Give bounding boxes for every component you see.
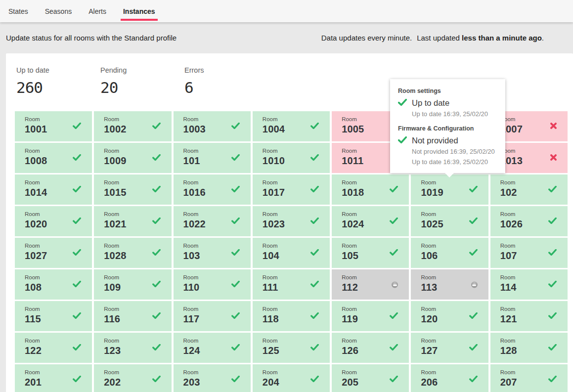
room-card[interactable]: Room107 bbox=[490, 238, 568, 268]
room-card[interactable]: Room112 bbox=[332, 269, 409, 300]
room-card[interactable]: Room127 bbox=[411, 333, 488, 363]
room-card[interactable]: Room1022 bbox=[174, 206, 251, 236]
check-icon bbox=[548, 375, 557, 384]
tooltip-section: Room settingsUp to dateUp to date 16:39,… bbox=[398, 87, 497, 118]
room-card[interactable]: Room104 bbox=[253, 238, 330, 268]
room-card[interactable]: Room207 bbox=[490, 364, 568, 392]
room-card[interactable]: Room205 bbox=[332, 364, 409, 392]
check-icon bbox=[390, 249, 398, 258]
room-card[interactable]: Room1008 bbox=[15, 143, 92, 173]
room-card[interactable]: Room113 bbox=[411, 269, 488, 300]
room-card[interactable]: Room1025 bbox=[411, 206, 488, 236]
tab-instances[interactable]: Instances bbox=[121, 0, 158, 22]
room-label: Room bbox=[25, 116, 92, 122]
tooltip-section-title: Firmware & Configuration bbox=[398, 125, 497, 132]
room-card[interactable]: Room123 bbox=[94, 333, 171, 363]
room-label: Room bbox=[500, 369, 568, 375]
room-card[interactable]: Room116 bbox=[94, 301, 171, 331]
room-number: 113 bbox=[421, 282, 488, 293]
room-card[interactable]: Room1020 bbox=[15, 206, 92, 236]
room-number: 119 bbox=[342, 313, 409, 325]
room-card[interactable]: Room1015 bbox=[94, 174, 171, 205]
room-label: Room bbox=[104, 274, 171, 280]
room-card[interactable]: Room1017 bbox=[253, 174, 330, 205]
room-card[interactable]: Room119 bbox=[332, 301, 409, 331]
room-card[interactable]: Room106 bbox=[411, 238, 488, 268]
room-card[interactable]: Room1028 bbox=[94, 238, 171, 268]
room-number: 108 bbox=[25, 282, 92, 293]
room-card[interactable]: Room126 bbox=[332, 333, 409, 363]
check-icon bbox=[231, 185, 240, 194]
room-number: 110 bbox=[183, 282, 251, 293]
check-icon bbox=[152, 344, 161, 352]
room-number: 109 bbox=[104, 282, 171, 293]
room-number: 1008 bbox=[25, 155, 92, 167]
room-number: 124 bbox=[183, 345, 251, 356]
room-card[interactable]: Room1024 bbox=[332, 206, 409, 236]
room-card[interactable]: Room111 bbox=[253, 269, 330, 300]
room-card[interactable]: Room108 bbox=[15, 269, 92, 300]
room-card[interactable]: Room201 bbox=[15, 364, 92, 392]
room-card[interactable]: Room204 bbox=[253, 364, 330, 392]
room-card[interactable]: Room1001 bbox=[15, 111, 92, 141]
room-card[interactable]: Room128 bbox=[490, 333, 568, 363]
check-icon bbox=[73, 249, 81, 258]
room-label: Room bbox=[500, 211, 568, 217]
room-card[interactable]: Room1014 bbox=[15, 174, 92, 205]
check-icon bbox=[73, 122, 81, 131]
room-card[interactable]: Room1023 bbox=[253, 206, 330, 236]
room-number: 206 bbox=[421, 377, 488, 388]
room-label: Room bbox=[421, 179, 488, 185]
tab-states[interactable]: States bbox=[6, 0, 31, 22]
room-card[interactable]: Room125 bbox=[253, 333, 330, 363]
check-icon bbox=[152, 312, 161, 321]
room-card[interactable]: Room121 bbox=[490, 301, 568, 331]
check-icon bbox=[310, 312, 319, 321]
stat-label: Up to date bbox=[16, 66, 100, 74]
room-card[interactable]: Room1003 bbox=[174, 111, 251, 141]
room-label: Room bbox=[25, 179, 92, 185]
room-card[interactable]: Room109 bbox=[94, 269, 171, 300]
room-card[interactable]: Room1004 bbox=[253, 111, 330, 141]
room-card[interactable]: Room202 bbox=[94, 364, 171, 392]
room-card[interactable]: Room110 bbox=[174, 269, 251, 300]
check-icon bbox=[231, 280, 240, 289]
room-card[interactable]: Room1019 bbox=[411, 174, 488, 205]
room-label: Room bbox=[500, 243, 568, 249]
room-card[interactable]: Room1027 bbox=[15, 238, 92, 268]
room-card[interactable]: Room124 bbox=[174, 333, 251, 363]
room-card[interactable]: Room1016 bbox=[174, 174, 251, 205]
room-card[interactable]: Room203 bbox=[174, 364, 251, 392]
room-card[interactable]: Room101 bbox=[174, 143, 251, 173]
room-card[interactable]: Room206 bbox=[411, 364, 488, 392]
check-icon bbox=[469, 217, 478, 226]
room-card[interactable]: Room120 bbox=[411, 301, 488, 331]
room-card[interactable]: Room1002 bbox=[94, 111, 171, 141]
check-icon bbox=[548, 344, 557, 352]
stat-value: 6 bbox=[184, 79, 268, 96]
room-label: Room bbox=[263, 211, 330, 217]
room-label: Room bbox=[263, 338, 330, 344]
room-card[interactable]: Room1021 bbox=[94, 206, 171, 236]
status-header: Update status for all rooms with the Sta… bbox=[0, 22, 573, 53]
room-card[interactable]: Room1026 bbox=[490, 206, 568, 236]
room-label: Room bbox=[421, 306, 488, 312]
room-card[interactable]: Room102 bbox=[490, 174, 568, 205]
tab-seasons[interactable]: Seasons bbox=[43, 0, 74, 22]
room-card[interactable]: Room115 bbox=[15, 301, 92, 331]
tab-alerts[interactable]: Alerts bbox=[86, 0, 109, 22]
room-card[interactable]: Room1010 bbox=[253, 143, 330, 173]
room-card[interactable]: Room103 bbox=[174, 238, 251, 268]
check-icon bbox=[73, 217, 81, 226]
room-card[interactable]: Room122 bbox=[15, 333, 92, 363]
room-card[interactable]: Room1018 bbox=[332, 174, 409, 205]
check-icon bbox=[469, 312, 478, 321]
check-icon bbox=[548, 280, 557, 289]
room-card[interactable]: Room117 bbox=[174, 301, 251, 331]
room-card[interactable]: Room118 bbox=[253, 301, 330, 331]
check-icon bbox=[469, 375, 478, 384]
room-number: 1022 bbox=[183, 218, 251, 230]
room-card[interactable]: Room114 bbox=[490, 269, 568, 300]
room-card[interactable]: Room1009 bbox=[94, 143, 171, 173]
room-card[interactable]: Room105 bbox=[332, 238, 409, 268]
